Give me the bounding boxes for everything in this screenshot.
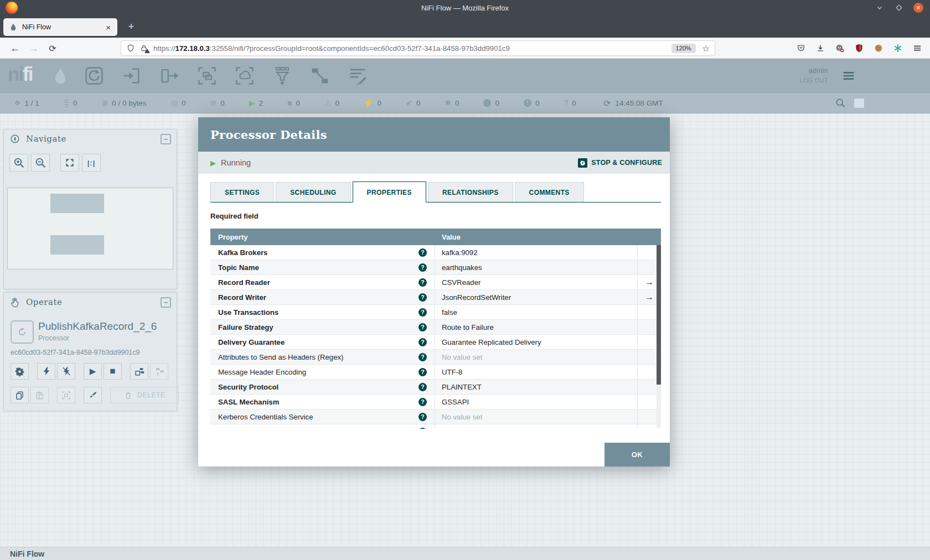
- property-value[interactable]: Guarantee Replicated Delivery: [435, 335, 638, 349]
- browser-tab-nifi-flow[interactable]: NiFi Flow ×: [3, 18, 117, 36]
- collapse-operate-button[interactable]: −: [161, 297, 171, 308]
- property-value[interactable]: JsonRecordSetWriter: [435, 290, 638, 304]
- url-bar[interactable]: https://172.18.0.3:32558/nifi/?processGr…: [121, 40, 715, 56]
- dialog-tab[interactable]: PROPERTIES: [353, 182, 426, 203]
- forward-button[interactable]: →: [25, 40, 42, 56]
- goto-service-arrow-icon[interactable]: →: [645, 292, 654, 302]
- zoom-out-button[interactable]: [31, 154, 50, 172]
- new-tab-button[interactable]: +: [124, 19, 138, 34]
- input-port-component-icon[interactable]: [121, 65, 143, 87]
- bookmark-star-icon[interactable]: ☆: [702, 43, 710, 54]
- window-close-button[interactable]: [913, 3, 923, 13]
- help-icon[interactable]: ?: [418, 263, 427, 272]
- tab-close-icon[interactable]: ×: [105, 23, 112, 32]
- change-color-button[interactable]: [84, 387, 102, 403]
- template-component-icon[interactable]: [309, 65, 331, 87]
- zoom-fit-button[interactable]: [60, 154, 79, 172]
- property-row[interactable]: Use Transactions ? false →: [210, 305, 661, 320]
- help-icon[interactable]: ?: [418, 323, 427, 331]
- start-button[interactable]: ▶: [84, 363, 102, 380]
- window-maximize-button[interactable]: [894, 3, 904, 13]
- dialog-tab[interactable]: SCHEDULING: [276, 182, 350, 202]
- scrollbar-thumb[interactable]: [657, 245, 661, 385]
- help-icon[interactable]: ?: [418, 308, 427, 317]
- downloads-icon[interactable]: [815, 43, 825, 53]
- save-template-button[interactable]: [130, 363, 148, 380]
- property-value[interactable]: PLAINTEXT: [435, 380, 638, 394]
- help-icon[interactable]: ?: [418, 353, 427, 361]
- help-icon[interactable]: ?: [418, 368, 427, 376]
- pocket-icon[interactable]: [796, 43, 806, 53]
- page-zoom-badge[interactable]: 120%: [671, 44, 696, 53]
- group-button[interactable]: [57, 387, 75, 403]
- remote-process-group-component-icon[interactable]: [234, 65, 256, 87]
- tracking-shield-icon[interactable]: [126, 44, 135, 53]
- breadcrumb[interactable]: NiFi Flow: [10, 549, 44, 558]
- goto-service-arrow-icon[interactable]: →: [645, 277, 654, 287]
- help-icon[interactable]: ?: [418, 383, 427, 391]
- process-group-component-icon[interactable]: [196, 65, 218, 87]
- logout-link[interactable]: LOG OUT: [799, 77, 828, 84]
- property-row[interactable]: Record Reader ? CSVReader →: [210, 275, 661, 290]
- multi-account-containers-icon[interactable]: [835, 43, 845, 53]
- help-icon[interactable]: ?: [418, 338, 427, 346]
- help-icon[interactable]: ?: [418, 293, 427, 302]
- property-row[interactable]: Security Protocol ? PLAINTEXT →: [210, 380, 661, 395]
- enable-button[interactable]: [37, 363, 55, 380]
- window-minimize-button[interactable]: [875, 3, 885, 13]
- status-panel-icon[interactable]: [854, 98, 865, 108]
- help-icon[interactable]: ?: [418, 278, 427, 287]
- property-row[interactable]: Kafka Brokers ? kafka:9092 →: [210, 245, 661, 260]
- ok-button[interactable]: OK: [604, 443, 670, 466]
- processor-component-icon[interactable]: [83, 65, 105, 87]
- stop-button[interactable]: ■: [104, 363, 122, 380]
- help-icon[interactable]: ?: [418, 248, 427, 257]
- change-version-button[interactable]: [150, 363, 168, 380]
- zoom-in-button[interactable]: [9, 154, 28, 172]
- label-component-icon[interactable]: [347, 65, 369, 87]
- extension-asterisk-icon[interactable]: [893, 43, 903, 53]
- dialog-tab[interactable]: RELATIONSHIPS: [428, 182, 513, 202]
- dialog-tab[interactable]: SETTINGS: [210, 182, 274, 202]
- help-icon[interactable]: ?: [418, 398, 427, 406]
- property-row[interactable]: Attributes to Send as Headers (Regex) ? …: [210, 350, 661, 365]
- property-row[interactable]: Record Writer ? JsonRecordSetWriter →: [210, 290, 661, 305]
- refresh-status[interactable]: ⟳ 14:45:08 GMT: [603, 99, 663, 108]
- funnel-component-icon[interactable]: [271, 65, 293, 87]
- property-row[interactable]: Kerberos Credentials Service ? No value …: [210, 409, 661, 424]
- help-icon[interactable]: ?: [418, 413, 427, 421]
- copy-button[interactable]: [11, 387, 29, 403]
- property-row[interactable]: Kerberos Service Name ? No value set →: [210, 424, 661, 429]
- configure-button[interactable]: [11, 363, 29, 380]
- property-value[interactable]: earthquakes: [435, 260, 638, 274]
- dialog-tab[interactable]: COMMENTS: [515, 182, 584, 202]
- property-value[interactable]: UTF-8: [435, 365, 638, 379]
- disable-button[interactable]: [57, 363, 75, 380]
- property-row[interactable]: Failure Strategy ? Route to Failure →: [210, 320, 661, 335]
- delete-button[interactable]: DELETE: [110, 387, 179, 403]
- property-row[interactable]: Topic Name ? earthquakes →: [210, 260, 661, 275]
- global-menu-icon[interactable]: [840, 68, 857, 84]
- zoom-actual-size-button[interactable]: |:|: [82, 154, 101, 172]
- ublock-origin-icon[interactable]: [854, 43, 864, 53]
- reload-button[interactable]: ⟳: [44, 40, 61, 56]
- search-icon[interactable]: [835, 97, 846, 108]
- property-value[interactable]: Route to Failure: [435, 320, 638, 334]
- connection-lock-icon[interactable]: [140, 44, 148, 53]
- property-value[interactable]: GSSAPI: [435, 395, 638, 409]
- property-value[interactable]: No value set: [435, 424, 638, 429]
- paste-button[interactable]: [30, 387, 49, 403]
- app-menu-icon[interactable]: [912, 43, 922, 53]
- output-port-component-icon[interactable]: [158, 65, 180, 87]
- cookie-extension-icon[interactable]: [874, 43, 884, 53]
- back-button[interactable]: ←: [7, 40, 23, 56]
- property-row[interactable]: SASL Mechanism ? GSSAPI →: [210, 395, 661, 409]
- table-scrollbar[interactable]: [657, 245, 661, 428]
- property-value[interactable]: No value set: [435, 350, 638, 364]
- birdseye-minimap[interactable]: [7, 188, 173, 269]
- stop-and-configure-button[interactable]: STOP & CONFIGURE: [578, 158, 662, 168]
- help-icon[interactable]: ?: [418, 428, 427, 429]
- property-value[interactable]: No value set: [435, 409, 638, 424]
- property-value[interactable]: false: [435, 305, 638, 319]
- property-row[interactable]: Delivery Guarantee ? Guarantee Replicate…: [210, 335, 661, 350]
